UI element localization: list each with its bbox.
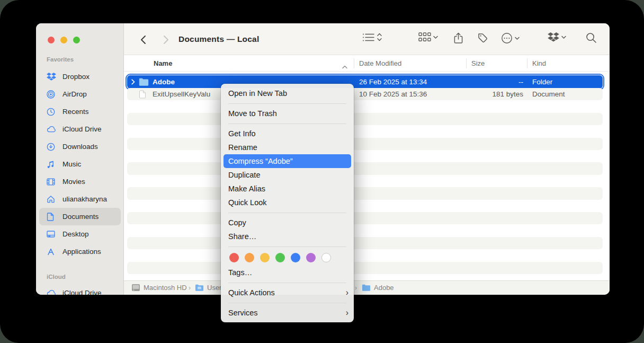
path-item-label: Adobe xyxy=(374,284,394,292)
group-by-button[interactable] xyxy=(418,32,438,42)
tags-button[interactable] xyxy=(477,32,488,43)
menu-separator xyxy=(228,247,346,247)
submenu-chevron-icon: › xyxy=(346,288,348,297)
dropbox-toolbar-button[interactable] xyxy=(548,32,566,42)
path-bar: Macintosh HD › Users › Adobe xyxy=(124,280,610,295)
column-header-date-modified[interactable]: Date Modified xyxy=(359,59,401,67)
main-area: Documents — Local xyxy=(124,23,610,295)
path-item-label: Macintosh HD xyxy=(144,284,187,292)
tag-orange[interactable] xyxy=(245,253,254,262)
sidebar-item-movies[interactable]: Movies xyxy=(39,173,121,190)
tag-blue[interactable] xyxy=(291,253,300,262)
airdrop-icon xyxy=(47,90,58,99)
sidebar-item-recents[interactable]: Recents xyxy=(39,103,121,120)
sidebar-item-icloud-drive[interactable]: iCloud Drive xyxy=(39,120,121,138)
menu-item-make-alias[interactable]: Make Alias xyxy=(221,182,354,196)
tag-none[interactable] xyxy=(321,253,331,262)
path-item-adobe[interactable]: Adobe xyxy=(362,284,394,292)
menu-item-copy[interactable]: Copy xyxy=(221,216,354,230)
more-actions-button[interactable] xyxy=(501,32,520,44)
sidebar-item-icloud-drive-2[interactable]: iCloud Drive xyxy=(39,284,121,295)
minimize-button[interactable] xyxy=(60,37,67,43)
window-title: Documents — Local xyxy=(178,34,259,44)
sidebar-item-dropbox[interactable]: Dropbox xyxy=(39,68,121,85)
sidebar-item-desktop[interactable]: Desktop xyxy=(39,225,121,243)
sidebar-item-downloads[interactable]: Downloads xyxy=(39,138,121,155)
document-icon xyxy=(47,212,58,221)
column-header-kind[interactable]: Kind xyxy=(532,59,546,67)
chevron-down-icon xyxy=(561,36,566,39)
back-button[interactable] xyxy=(137,34,149,46)
file-date: 10 Feb 2025 at 15:36 xyxy=(359,90,427,98)
menu-item-open-in-new-tab[interactable]: Open in New Tab xyxy=(221,86,354,100)
menu-item-tags[interactable]: Tags… xyxy=(221,266,354,279)
tag-green[interactable] xyxy=(275,253,285,262)
sidebar-item-home[interactable]: ulianakharyna xyxy=(39,190,121,208)
sidebar-item-music[interactable]: Music xyxy=(39,155,121,173)
file-row-exitupsell[interactable]: ExitUpsellKeyValu 10 Feb 2025 at 15:36 1… xyxy=(127,88,603,100)
sidebar-section-favorites: Favorites xyxy=(47,56,74,63)
close-button[interactable] xyxy=(48,37,55,43)
path-separator: › xyxy=(189,284,191,292)
sidebar-item-label: Movies xyxy=(62,178,85,186)
sidebar-item-label: Recents xyxy=(62,108,89,116)
file-date: 26 Feb 2025 at 13:34 xyxy=(359,78,427,86)
menu-item-quick-look[interactable]: Quick Look xyxy=(221,196,354,209)
maximize-button[interactable] xyxy=(73,37,80,43)
menu-separator xyxy=(228,213,346,213)
column-header-name[interactable]: Name xyxy=(154,59,172,67)
view-options-button[interactable] xyxy=(362,32,382,42)
row-stripe xyxy=(127,113,603,125)
dropbox-icon xyxy=(548,32,559,42)
menu-item-label: Quick Actions xyxy=(228,288,275,297)
desktop-background: Favorites Dropbox AirDrop Recents xyxy=(0,0,644,343)
sidebar-item-label: Documents xyxy=(62,213,99,221)
column-divider[interactable] xyxy=(466,58,467,68)
menu-item-rename[interactable]: Rename xyxy=(221,140,354,154)
column-header-size[interactable]: Size xyxy=(471,59,485,67)
path-item-macintosh-hd[interactable]: Macintosh HD xyxy=(131,284,187,292)
sidebar-item-label: AirDrop xyxy=(62,90,87,98)
sidebar-item-documents[interactable]: Documents xyxy=(39,208,121,225)
menu-item-services[interactable]: Services › xyxy=(221,306,354,320)
sidebar-item-applications[interactable]: Applications xyxy=(39,243,121,260)
column-divider[interactable] xyxy=(527,58,527,68)
search-button[interactable] xyxy=(586,32,597,43)
sort-chevrons-icon xyxy=(377,32,382,42)
menu-tag-row xyxy=(221,250,354,266)
menu-item-duplicate[interactable]: Duplicate xyxy=(221,168,354,182)
row-stripe xyxy=(127,162,603,174)
menu-item-get-info[interactable]: Get Info xyxy=(221,127,354,140)
sidebar-item-label: Dropbox xyxy=(62,73,90,81)
file-name: ExitUpsellKeyValu xyxy=(153,90,210,98)
file-row-adobe[interactable]: Adobe 26 Feb 2025 at 13:34 -- Folder xyxy=(127,75,603,89)
menu-item-move-to-trash[interactable]: Move to Trash xyxy=(221,107,354,120)
forward-button[interactable] xyxy=(160,34,172,46)
row-stripe xyxy=(127,138,603,150)
tag-red[interactable] xyxy=(229,253,239,262)
tag-purple[interactable] xyxy=(306,253,316,262)
column-divider[interactable] xyxy=(354,58,354,68)
menu-item-label: Services xyxy=(228,309,258,317)
sidebar-item-airdrop[interactable]: AirDrop xyxy=(39,85,121,103)
share-button[interactable] xyxy=(453,32,463,44)
ellipsis-circle-icon xyxy=(501,32,513,44)
menu-item-share[interactable]: Share… xyxy=(221,230,354,243)
disclosure-chevron-icon[interactable] xyxy=(131,79,139,85)
sidebar-favorites-list: Dropbox AirDrop Recents iCloud Drive xyxy=(39,68,121,260)
file-list-body: Adobe 26 Feb 2025 at 13:34 -- Folder Exi… xyxy=(124,72,610,280)
file-name: Adobe xyxy=(153,78,175,86)
cloud-icon xyxy=(47,288,58,295)
search-icon xyxy=(586,32,597,43)
sidebar-item-label: Applications xyxy=(62,248,101,256)
menu-item-quick-actions[interactable]: Quick Actions › xyxy=(221,286,354,300)
tag-yellow[interactable] xyxy=(260,253,270,262)
folder-icon xyxy=(139,78,153,86)
cloud-icon xyxy=(47,125,58,134)
download-circle-icon xyxy=(47,142,58,151)
list-view-icon xyxy=(362,33,374,42)
menu-item-compress-adobe[interactable]: Compress “Adobe” xyxy=(223,154,351,168)
menu-separator xyxy=(228,103,346,104)
context-menu: Open in New Tab Move to Trash Get Info R… xyxy=(221,84,354,322)
sidebar-item-label: Downloads xyxy=(62,143,98,151)
